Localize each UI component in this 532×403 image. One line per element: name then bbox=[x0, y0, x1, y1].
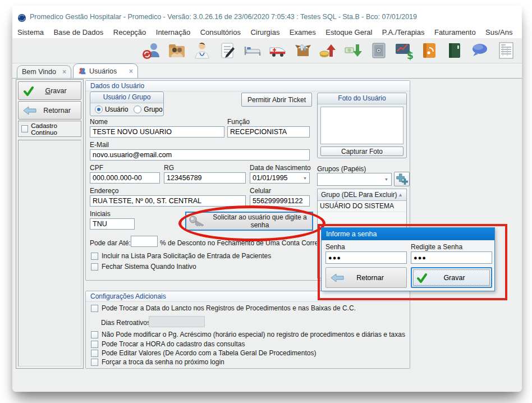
initials-label: Iniciais bbox=[90, 210, 111, 218]
change-hour-checkbox[interactable] bbox=[91, 341, 98, 348]
rg-field[interactable] bbox=[164, 172, 246, 184]
chat-bubble-icon[interactable] bbox=[470, 40, 490, 61]
chevron-down-icon[interactable]: ▼ bbox=[303, 176, 307, 180]
role-label: Função bbox=[227, 118, 250, 126]
chevron-down-icon[interactable]: ▼ bbox=[384, 177, 388, 181]
supplies-box-icon[interactable] bbox=[293, 40, 313, 61]
menu-faturamento[interactable]: Faturamento bbox=[434, 28, 476, 36]
groups-label: Grupos (Papéis) bbox=[317, 165, 366, 173]
name-field[interactable] bbox=[90, 126, 224, 138]
menu-consultorios[interactable]: Consultórios bbox=[200, 28, 241, 36]
additional-config-group: Configurações Adicionais bbox=[85, 291, 410, 369]
force-password-option: Forçar a troca da senha no próximo login bbox=[91, 358, 224, 366]
red-rect-annotation bbox=[318, 224, 507, 300]
menu-recepcao[interactable]: Recepção bbox=[113, 28, 146, 36]
report-icon[interactable] bbox=[496, 40, 516, 61]
book-icon[interactable] bbox=[444, 40, 465, 61]
app-logo-icon bbox=[17, 13, 26, 22]
menu-cirurgias[interactable]: Cirurgias bbox=[250, 28, 279, 36]
user-type-title: Usuário / Grupo bbox=[90, 92, 163, 103]
include-list-option: Incluir na Lista Para Solicitação de Ent… bbox=[91, 252, 271, 260]
user-type-box: Usuário / Grupo Usuário Grupo bbox=[90, 91, 164, 116]
menu-sistema[interactable]: Sistema bbox=[17, 28, 44, 36]
change-date-option: Pode Trocar a Data do Lancto nos Registr… bbox=[91, 304, 356, 312]
initials-field[interactable] bbox=[90, 218, 135, 230]
svg-text:$: $ bbox=[407, 50, 414, 61]
menu-base-de-dados[interactable]: Base de Dados bbox=[53, 28, 103, 36]
tab-bar: Bem Vindo × Usuários × bbox=[12, 63, 522, 78]
discount-input[interactable] bbox=[131, 236, 158, 247]
users-tab-icon bbox=[78, 67, 86, 75]
radio-grupo[interactable] bbox=[134, 106, 141, 113]
save-button[interactable]: Gravar bbox=[18, 81, 81, 100]
change-date-checkbox[interactable] bbox=[91, 305, 98, 312]
title-bar: Promedico Gestão Hospitalar - Promedico … bbox=[12, 6, 522, 26]
force-password-checkbox[interactable] bbox=[91, 359, 98, 366]
sidebar: Gravar Retornar Cadastro Contínuo bbox=[16, 79, 84, 369]
menu-pa-terapias[interactable]: P.A./Terapias bbox=[382, 28, 425, 36]
document-pen-icon[interactable] bbox=[217, 40, 237, 61]
application-window: Promedico Gestão Hospitalar - Promedico … bbox=[12, 6, 522, 392]
check-icon bbox=[23, 86, 34, 96]
radio-usuario[interactable] bbox=[95, 106, 103, 113]
menu-sus-ans[interactable]: Sus/Ans bbox=[485, 28, 512, 36]
capture-photo-button[interactable]: Capturar Foto bbox=[320, 146, 403, 156]
arrow-left-icon bbox=[23, 106, 36, 115]
close-idle-checkbox[interactable] bbox=[91, 263, 98, 271]
groups-grid-header[interactable]: Grupo (DEL Para Excluir) ▲ bbox=[318, 189, 406, 201]
tab-usuarios[interactable]: Usuários × bbox=[73, 63, 138, 78]
no-modify-pg-option: Não Pode modificar o Pg. Acréscimo (horá… bbox=[91, 331, 405, 338]
role-field[interactable] bbox=[227, 126, 310, 138]
menu-estoque-geral[interactable]: Estoque Geral bbox=[325, 28, 372, 36]
red-ellipse-annotation bbox=[178, 205, 325, 241]
users-folder-icon[interactable] bbox=[167, 40, 187, 61]
group-row[interactable]: USUÁRIO DO SISTEMA bbox=[318, 201, 406, 212]
safe-icon[interactable] bbox=[369, 40, 389, 61]
include-list-checkbox[interactable] bbox=[91, 253, 98, 260]
phone-book-icon[interactable] bbox=[419, 40, 439, 61]
add-group-button[interactable] bbox=[394, 172, 410, 186]
stock-out-icon[interactable] bbox=[343, 40, 364, 61]
mobile-field[interactable] bbox=[250, 195, 310, 207]
ambulance-icon[interactable] bbox=[268, 40, 288, 61]
menu-internacao[interactable]: Internação bbox=[156, 28, 190, 36]
users-sync-icon[interactable] bbox=[141, 40, 162, 61]
sort-asc-icon: ▲ bbox=[398, 189, 403, 200]
continuous-register-checkbox[interactable] bbox=[21, 125, 28, 132]
toolbar: $ bbox=[12, 38, 522, 63]
no-modify-pg-checkbox[interactable] bbox=[91, 331, 98, 338]
stock-in-icon[interactable] bbox=[318, 40, 338, 61]
sidebar-empty-panel bbox=[18, 140, 81, 367]
address-field[interactable] bbox=[90, 195, 246, 207]
finance-chart-icon[interactable]: $ bbox=[394, 40, 414, 61]
email-field[interactable] bbox=[90, 149, 310, 161]
email-label: E-Mail bbox=[90, 141, 109, 149]
tab-close-icon[interactable]: × bbox=[62, 68, 66, 76]
retro-days-input bbox=[149, 316, 205, 327]
discount-prefix-label: Pode dar Até: bbox=[90, 239, 131, 247]
mobile-label: Celular bbox=[250, 187, 271, 195]
tab-bem-vindo[interactable]: Bem Vindo × bbox=[17, 65, 71, 78]
return-button[interactable]: Retornar bbox=[18, 101, 81, 120]
open-ticket-button[interactable]: Permitir Abrir Ticket bbox=[241, 93, 312, 107]
doctor-icon[interactable] bbox=[192, 40, 212, 61]
rg-label: RG bbox=[164, 164, 174, 172]
birth-date-combo[interactable] bbox=[250, 172, 310, 184]
photo-panel-title: Foto do Usuário bbox=[318, 93, 406, 104]
window-title: Promedico Gestão Hospitalar - Promedico … bbox=[30, 13, 417, 21]
birth-date-label: Data de Nascimento bbox=[250, 164, 311, 172]
groups-combo[interactable] bbox=[317, 173, 392, 186]
close-idle-option: Fechar Sistema Quando Inativo bbox=[91, 263, 196, 271]
user-data-group-title: Dados do Usuário bbox=[86, 81, 410, 91]
cpf-field[interactable] bbox=[90, 172, 160, 184]
cpf-label: CPF bbox=[90, 164, 103, 172]
menu-exames[interactable]: Exames bbox=[290, 28, 316, 36]
address-label: Endereço bbox=[90, 187, 118, 195]
hospital-bed-icon[interactable] bbox=[242, 40, 263, 61]
tab-close-icon[interactable]: × bbox=[129, 67, 133, 75]
edit-values-checkbox[interactable] bbox=[91, 350, 98, 357]
change-hour-option: Pode Trocar a HORA do cadastro das consu… bbox=[91, 340, 245, 348]
continuous-register-option: Cadastro Contínuo bbox=[18, 121, 81, 137]
edit-values-option: Pode Editar Valores (De Acordo com a Tab… bbox=[91, 349, 316, 357]
name-label: Nome bbox=[90, 118, 108, 126]
